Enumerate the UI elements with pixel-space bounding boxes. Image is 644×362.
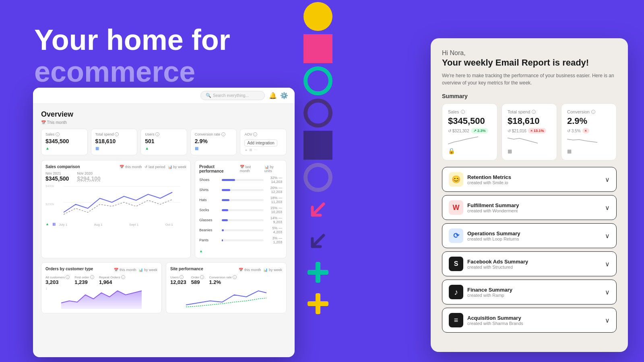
site-conversion-metric: Conversion rate i 1.2% bbox=[209, 275, 237, 285]
operations-sub: created with Loop Returns bbox=[467, 237, 520, 241]
operations-chevron: ∨ bbox=[605, 232, 610, 240]
sum-conversion-prev: ↺ 3.5% × bbox=[567, 128, 611, 134]
search-bar[interactable]: 🔍 Search everything... bbox=[200, 91, 265, 100]
sum-conversion-value: 2.9% bbox=[567, 116, 611, 126]
metric-conversion-label: Conversion rate i bbox=[195, 132, 233, 136]
shape-teal-plus bbox=[303, 258, 332, 287]
period1-label: Nov 2021 bbox=[45, 171, 69, 175]
metrics-row: Sales i $345,500 ▲ Total spend i $18,610… bbox=[41, 129, 287, 155]
site-title: Site performance bbox=[170, 267, 203, 271]
metric-conversion-icon: ▦ bbox=[195, 146, 233, 150]
search-placeholder: Search everything... bbox=[213, 93, 249, 98]
facebook-name: Facebook Ads Summary bbox=[467, 259, 528, 265]
sales-comparison-card: Sales comparison 📅 this month ↺ last per… bbox=[41, 160, 191, 258]
period-label: 📅 This month bbox=[41, 120, 287, 125]
finance-chevron: ∨ bbox=[605, 288, 610, 296]
integration-operations[interactable]: ⟳ Operations Summary created with Loop R… bbox=[442, 223, 617, 248]
acquisition-name: Acquisition Summary bbox=[467, 315, 523, 321]
integration-fulfillment[interactable]: W Fulfillment Summary created with Wonde… bbox=[442, 195, 617, 220]
repeat-orders-metric: Repeat Orders i 1,964 bbox=[99, 275, 125, 285]
sales-comparison-values: Nov 2021 $345,500 Nov 2020 $294,100 bbox=[45, 171, 186, 182]
site-controls: 📅 this month 📊 by week bbox=[239, 268, 282, 272]
aov-icon3: ⋯ bbox=[254, 148, 257, 152]
metric-conversion: Conversion rate i 2.9% ▦ bbox=[190, 129, 237, 155]
add-integration-button[interactable]: Add integration bbox=[244, 140, 277, 146]
facebook-sub: created with Structured bbox=[467, 265, 528, 269]
sum-sales-chart bbox=[448, 136, 491, 146]
integration-facebook[interactable]: S Facebook Ads Summary created with Stru… bbox=[442, 251, 617, 276]
shape-teal-ring bbox=[303, 66, 332, 95]
metric-aov-label: AOV i bbox=[244, 132, 282, 136]
email-report-panel: Hi Nora, Your weekly Email Report is rea… bbox=[431, 38, 628, 352]
shapes-column bbox=[296, 0, 340, 362]
product-performance-card: Product performance 📅 last month 📊 by un… bbox=[195, 160, 287, 258]
facebook-icon: S bbox=[449, 257, 463, 271]
orders-chart: 1 bbox=[45, 287, 157, 309]
shape-dark-arrow bbox=[303, 226, 332, 255]
shape-light-purple-ring bbox=[303, 163, 332, 192]
metric-users-value: 501 bbox=[145, 138, 183, 144]
integration-finance[interactable]: ♪ Finance Summary created with Ramp ∨ bbox=[442, 280, 617, 304]
notification-icon[interactable]: 🔔 bbox=[269, 92, 277, 99]
orders-title: Orders by customer type bbox=[45, 267, 93, 271]
sum-sales-badge: ↗ 2.3% bbox=[471, 128, 488, 134]
x-axis-labels: July 1Aug 1Sept 1Oct 1 bbox=[45, 223, 186, 226]
summary-card-sales: Sales i $345,500 ↺ $321,302 ↗ 2.3% 🔒 bbox=[442, 103, 497, 160]
sum-spend-prev: ↺ $21,016 × 13.1% bbox=[508, 128, 551, 134]
fulfillment-icon: W bbox=[449, 200, 463, 215]
integration-acquisition[interactable]: ≡ Acquisition Summary created with Sharm… bbox=[442, 308, 617, 333]
sum-conversion-icon: ▦ bbox=[567, 147, 611, 154]
metric-spend-icon: ▦ bbox=[95, 146, 133, 150]
integration-retention[interactable]: 😊 Retention Metrics created with Smile.i… bbox=[442, 167, 617, 192]
summary-card-spend: Total spend i $18,610 ↺ $21,016 × 13.1% … bbox=[502, 103, 557, 160]
orders-y-label: 1 bbox=[45, 287, 47, 290]
product-item-pants: Pants 3% — 1,203 bbox=[199, 236, 282, 244]
metric-spend-value: $18,610 bbox=[95, 138, 133, 144]
product-chart-footer: ▲ bbox=[199, 247, 282, 254]
finance-sub: created with Ramp bbox=[467, 293, 512, 298]
period2-value: $294,100 bbox=[77, 175, 100, 182]
integration-retention-left: 😊 Retention Metrics created with Smile.i… bbox=[449, 172, 511, 187]
overview-title: Overview bbox=[41, 110, 287, 119]
integration-list: 😊 Retention Metrics created with Smile.i… bbox=[442, 167, 617, 333]
sum-spend-label: Total spend i bbox=[508, 109, 551, 114]
site-chart-svg bbox=[170, 287, 282, 309]
aov-icon1: ▲ bbox=[244, 148, 248, 152]
period2-label: Nov 2020 bbox=[77, 171, 100, 175]
acquisition-sub: created with Sharma Brands bbox=[467, 321, 523, 326]
settings-icon[interactable]: ⚙️ bbox=[280, 92, 288, 99]
metric-sales-label: Sales i bbox=[45, 132, 83, 136]
sales-chart-svg bbox=[45, 184, 186, 220]
fulfillment-chevron: ∨ bbox=[605, 204, 610, 212]
sum-spend-icon: ▦ bbox=[508, 147, 551, 154]
acquisition-chevron: ∨ bbox=[605, 317, 610, 324]
orders-controls: 📅 this month 📊 by week bbox=[114, 268, 157, 272]
report-description: We're here to make tracking the performa… bbox=[442, 72, 617, 86]
summary-cards: Sales i $345,500 ↺ $321,302 ↗ 2.3% 🔒 bbox=[442, 103, 617, 160]
svg-rect-1 bbox=[308, 270, 328, 275]
sum-conversion-chart bbox=[567, 136, 611, 146]
period1-value: $345,500 bbox=[45, 175, 69, 182]
product-icon-green: ▲ bbox=[199, 249, 203, 253]
shape-yellow-circle bbox=[303, 2, 332, 31]
fulfillment-sub: created with Wonderment bbox=[467, 208, 519, 213]
product-item-shirts: Shirts 20% — 12,203 bbox=[199, 186, 282, 194]
metric-spend: Total spend i $18,610 ▦ bbox=[91, 129, 138, 155]
retention-name: Retention Metrics bbox=[467, 174, 511, 180]
first-order-metric: First order i 1,239 bbox=[74, 275, 94, 285]
search-icon: 🔍 bbox=[206, 93, 211, 98]
summary-card-conversion: Conversion i 2.9% ↺ 3.5% × ▦ bbox=[561, 103, 617, 160]
metric-sales-value: $345,500 bbox=[45, 138, 83, 144]
finance-info: Finance Summary created with Ramp bbox=[467, 287, 512, 298]
orders-chart-svg bbox=[45, 287, 157, 309]
sales-comparison-controls: 📅 this month ↺ last period 📊 by week bbox=[120, 165, 186, 169]
operations-name: Operations Summary bbox=[467, 230, 520, 237]
integration-fulfillment-left: W Fulfillment Summary created with Wonde… bbox=[449, 200, 519, 215]
product-item-shoes: Shoes 32% — 14,203 bbox=[199, 176, 282, 184]
sum-spend-value: $18,610 bbox=[508, 116, 551, 126]
sum-sales-value: $345,500 bbox=[448, 116, 491, 126]
product-list: Shoes 32% — 14,203 Shirts 20% — 12,203 H… bbox=[199, 176, 282, 244]
integration-facebook-left: S Facebook Ads Summary created with Stru… bbox=[449, 257, 528, 271]
charts-row: Sales comparison 📅 this month ↺ last per… bbox=[41, 160, 287, 258]
product-item-glasses: Glasses 14% — 9,203 bbox=[199, 216, 282, 224]
